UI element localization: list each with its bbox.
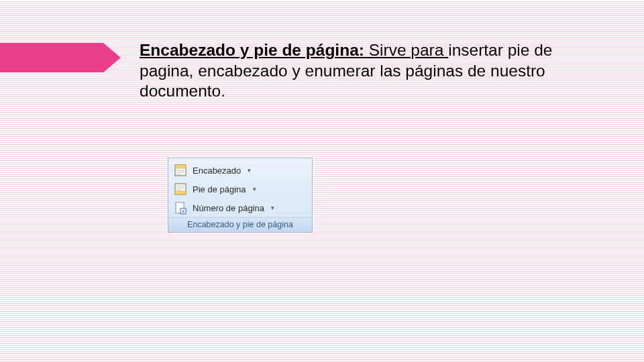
ribbon-item-page-number[interactable]: # Número de página ▾ — [168, 198, 312, 217]
heading-title-rest: Sirve para — [364, 41, 443, 59]
ribbon-item-label: Número de página — [193, 203, 264, 213]
chevron-down-icon: ▾ — [248, 167, 251, 174]
svg-text:#: # — [182, 209, 184, 214]
page-number-icon: # — [174, 201, 187, 215]
bullet-arrow — [0, 43, 121, 72]
svg-rect-6 — [175, 191, 186, 194]
heading-title-bold: Encabezado y pie de página: — [140, 41, 364, 59]
ribbon-item-footer[interactable]: Pie de página ▾ — [168, 180, 312, 198]
chevron-down-icon: ▾ — [253, 186, 256, 192]
ribbon-group-header-footer: Encabezado ▾ Pie de página ▾ # Número de… — [168, 158, 313, 233]
ribbon-item-label: Encabezado — [193, 166, 241, 176]
chevron-down-icon: ▾ — [271, 204, 274, 211]
ribbon-item-header[interactable]: Encabezado ▾ — [168, 161, 312, 180]
heading-title: Encabezado y pie de página: Sirve para — [140, 41, 448, 59]
footer-icon — [174, 182, 187, 196]
slide-text: Encabezado y pie de página: Sirve para i… — [140, 40, 590, 102]
header-icon — [174, 164, 187, 177]
ribbon-item-label: Pie de página — [193, 184, 246, 194]
ribbon-group-title: Encabezado y pie de página — [168, 217, 312, 232]
svg-rect-1 — [175, 165, 186, 168]
